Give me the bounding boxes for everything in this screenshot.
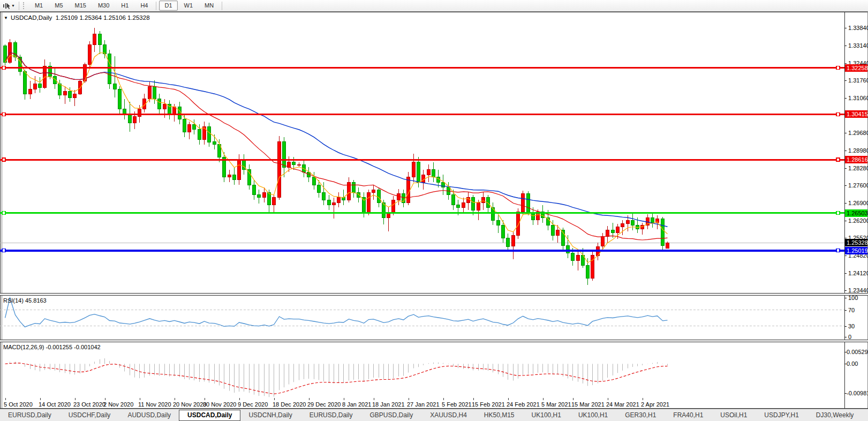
dropdown-caret-icon[interactable]: ▼ — [11, 4, 15, 7]
timeframe-button-M30[interactable]: M30 — [93, 1, 115, 11]
tab-item-USDCHF,Daily[interactable]: USDCHF,Daily — [61, 410, 119, 421]
candle-body — [153, 86, 156, 99]
level-handle[interactable] — [836, 112, 840, 116]
level-handle[interactable] — [2, 249, 5, 252]
candle-body — [442, 182, 445, 187]
tab-item-USDJPY,H1[interactable]: USDJPY,H1 — [756, 410, 806, 421]
date-axis-label: 15 Mar 2021 — [571, 401, 605, 408]
level-handle[interactable] — [2, 212, 5, 215]
candle-body — [412, 162, 416, 177]
level-handle[interactable] — [836, 249, 840, 252]
tab-item-GBPUSD,Daily[interactable]: GBPUSD,Daily — [361, 410, 421, 421]
candle-body — [372, 190, 375, 192]
panel-splitter[interactable] — [0, 293, 868, 296]
price-axis-tick — [844, 238, 847, 238]
timeframe-button-W1[interactable]: W1 — [179, 1, 199, 11]
toolbar-grip[interactable] — [23, 2, 26, 9]
symbol-period-label: USDCAD,Daily — [11, 14, 52, 21]
level-handle[interactable] — [2, 158, 5, 161]
date-axis-label: 14 Oct 2020 — [39, 401, 71, 408]
timeframe-button-H1[interactable]: H1 — [116, 1, 134, 11]
date-axis-tick — [608, 398, 608, 400]
candle-body — [198, 129, 201, 139]
rsi-label: RSI(14) 45.8163 — [3, 297, 47, 304]
tab-item-UK100,H1[interactable]: UK100,H1 — [570, 410, 616, 421]
level-handle[interactable] — [836, 158, 840, 161]
price-axis-tick — [844, 203, 847, 204]
tab-item-UK100,H1[interactable]: UK100,H1 — [524, 410, 569, 421]
date-axis-tick — [374, 398, 374, 400]
timeframe-button-M15[interactable]: M15 — [70, 1, 92, 11]
chart-cursor-icon[interactable] — [2, 2, 11, 10]
level-handle[interactable] — [2, 66, 5, 70]
level-handle[interactable] — [836, 212, 840, 215]
timeframe-button-MN[interactable]: MN — [199, 1, 219, 11]
candle-body — [253, 185, 256, 195]
date-axis-label: 24 Feb 2021 — [507, 401, 540, 408]
rsi-value: 45.8163 — [25, 297, 47, 304]
timeframe-button-H4[interactable]: H4 — [135, 1, 153, 11]
candle-body — [567, 245, 570, 253]
tab-item-EURUSD,Daily[interactable]: EURUSD,Daily — [0, 410, 59, 421]
chart-ohlc-label: ▼USDCAD,Daily 1.25109 1.25364 1.25106 1.… — [4, 14, 150, 21]
candle-body — [357, 192, 360, 197]
tab-item-GER30,H1[interactable]: GER30,H1 — [617, 410, 664, 421]
price-axis-tick-label: 1.33140 — [848, 42, 868, 49]
candle-body — [258, 195, 261, 198]
candle-body — [322, 192, 326, 200]
price-axis-tick — [844, 273, 847, 274]
level-handle[interactable] — [2, 112, 5, 116]
macd-panel-canvas[interactable] — [0, 342, 844, 398]
tab-item-CHINA300,H1[interactable]: CHINA300,H1 — [863, 410, 868, 421]
timeframe-toolbar: M1M5M15M30H1H4D1W1MN — [29, 1, 224, 11]
date-axis-label: 18 Jan 2021 — [372, 401, 405, 408]
candle-body — [627, 220, 630, 224]
main-chart-canvas[interactable] — [0, 12, 844, 293]
panel-splitter[interactable] — [0, 340, 868, 342]
ohlc-close: 1.25328 — [127, 14, 150, 21]
rsi-axis-tick-label: 70 — [848, 307, 868, 313]
candle-body — [417, 162, 420, 183]
tab-item-USDCNH,Daily[interactable]: USDCNH,Daily — [240, 410, 300, 421]
candle-body — [527, 193, 530, 213]
collapse-triangle-icon[interactable]: ▼ — [4, 16, 8, 20]
candle-body — [517, 212, 520, 235]
date-axis-tick — [75, 398, 76, 400]
candle-body — [283, 142, 286, 167]
candle-body — [228, 175, 231, 177]
timeframe-button-M1[interactable]: M1 — [29, 1, 48, 11]
level-handle[interactable] — [836, 66, 840, 70]
tab-item-HK50,M15[interactable]: HK50,M15 — [476, 410, 523, 421]
candle-body — [163, 104, 167, 109]
candle-body — [129, 114, 132, 123]
candle-body — [631, 220, 635, 225]
tab-item-USOil,H1[interactable]: USOil,H1 — [712, 410, 755, 421]
tab-item-EURUSD,Daily[interactable]: EURUSD,Daily — [301, 410, 361, 421]
rsi-axis-tick — [844, 298, 847, 298]
toolbar-separator — [222, 2, 222, 10]
candle-body — [392, 200, 395, 213]
timeframe-button-M5[interactable]: M5 — [49, 1, 68, 11]
rsi-panel-canvas[interactable] — [0, 296, 844, 340]
candle-body — [636, 225, 639, 229]
price-axis-tick-label: 1.31760 — [848, 77, 868, 84]
candle-body — [24, 71, 27, 94]
date-axis-label: 20 Nov 2020 — [173, 401, 206, 408]
toolbar: ▼ M1M5M15M30H1H4D1W1MN — [0, 0, 868, 12]
tab-item-XAUUSD,H4[interactable]: XAUUSD,H4 — [422, 410, 475, 421]
price-axis-tick — [844, 290, 847, 291]
tab-item-DJ30,Weekly[interactable]: DJ30,Weekly — [808, 410, 862, 421]
candle-body — [133, 117, 137, 123]
timeframe-button-D1[interactable]: D1 — [159, 1, 177, 11]
candle-body — [502, 225, 505, 238]
candle-body — [571, 253, 575, 260]
date-axis-label: 5 Oct 2020 — [4, 401, 33, 408]
tab-item-FRA40,H1[interactable]: FRA40,H1 — [665, 410, 711, 421]
price-axis-tick — [844, 168, 847, 169]
tab-item-USDCAD,Daily[interactable]: USDCAD,Daily — [179, 410, 240, 421]
candle-body — [39, 84, 42, 88]
tab-item-AUDUSD,Daily[interactable]: AUDUSD,Daily — [119, 410, 179, 421]
price-axis-tick — [844, 151, 847, 151]
candle-body — [263, 192, 266, 197]
candle-body — [552, 225, 555, 235]
